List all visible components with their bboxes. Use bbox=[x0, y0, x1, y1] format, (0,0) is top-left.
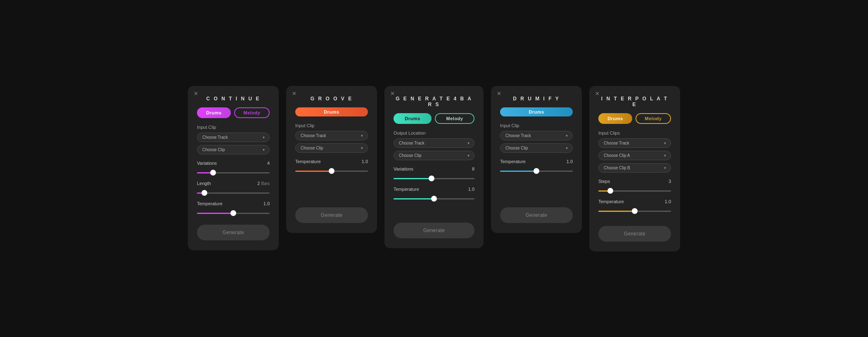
panel-generate4bars: ✕ G E N E R A T E 4 B A R S Drums Melody… bbox=[384, 86, 484, 248]
track-dropdown-wrapper: Choose Track bbox=[197, 133, 270, 142]
close-icon[interactable]: ✕ bbox=[292, 91, 296, 96]
temperature-slider-row: Temperature 1.0 bbox=[394, 187, 474, 201]
tab-melody[interactable]: Melody bbox=[234, 107, 270, 118]
panel-title: G E N E R A T E 4 B A R S bbox=[394, 96, 474, 107]
track-select[interactable]: Choose Track bbox=[598, 138, 671, 148]
tab-drums[interactable]: Drums bbox=[295, 107, 368, 116]
temperature-slider-row: Temperature 1.0 bbox=[295, 159, 368, 173]
variations-slider-row: Variations 8 bbox=[394, 166, 474, 181]
length-label: Length bbox=[197, 181, 211, 186]
tab-melody[interactable]: Melody bbox=[435, 113, 474, 124]
track-select[interactable]: Choose Track bbox=[197, 133, 270, 142]
tab-group: Drums bbox=[295, 107, 368, 116]
clipB-select[interactable]: Choose Clip B bbox=[598, 163, 671, 173]
tab-group: Drums Melody bbox=[394, 113, 474, 124]
temperature-label: Temperature bbox=[394, 187, 419, 192]
variations-value: 4 bbox=[267, 161, 270, 166]
length-slider[interactable] bbox=[197, 192, 270, 194]
variations-slider[interactable] bbox=[394, 178, 474, 179]
temperature-slider-row: Temperature 1.0 bbox=[500, 159, 573, 173]
clipA-select[interactable]: Choose Clip A bbox=[598, 151, 671, 160]
temperature-slider[interactable] bbox=[295, 171, 368, 172]
generate-button[interactable]: Generate bbox=[295, 207, 368, 223]
steps-value: 3 bbox=[669, 179, 671, 184]
track-dropdown-wrapper: Choose Track bbox=[295, 131, 368, 140]
temperature-slider[interactable] bbox=[394, 198, 474, 199]
clip-select[interactable]: Choose Clip bbox=[295, 143, 368, 153]
generate-button[interactable]: Generate bbox=[394, 223, 474, 238]
variations-label: Variations bbox=[197, 161, 217, 166]
steps-label: Steps bbox=[598, 179, 610, 184]
track-select[interactable]: Choose Track bbox=[394, 138, 474, 148]
panel-continue: ✕ C O N T I N U E Drums Melody Input Cli… bbox=[188, 86, 279, 250]
length-slider-row: Length 2Bars bbox=[197, 181, 270, 195]
variations-slider-row: Variations 4 bbox=[197, 161, 270, 175]
steps-slider-row: Steps 3 bbox=[598, 179, 671, 193]
track-dropdown-wrapper: Choose Track bbox=[394, 138, 474, 148]
temperature-slider[interactable] bbox=[197, 213, 270, 214]
temperature-slider[interactable] bbox=[500, 171, 573, 172]
close-icon[interactable]: ✕ bbox=[194, 91, 198, 96]
temperature-label: Temperature bbox=[500, 159, 526, 164]
track-dropdown-wrapper: Choose Track bbox=[500, 131, 573, 140]
input-clips-label: Input Clips bbox=[598, 131, 671, 135]
clip-dropdown-wrapper: Choose Clip bbox=[500, 143, 573, 153]
tab-group: Drums Melody bbox=[197, 107, 270, 118]
close-icon[interactable]: ✕ bbox=[595, 91, 600, 96]
tab-drums[interactable]: Drums bbox=[394, 113, 432, 124]
clip-select[interactable]: Choose Clip bbox=[500, 143, 573, 153]
temperature-slider-row: Temperature 1.0 bbox=[598, 199, 671, 214]
input-clip-label: Input Clip bbox=[197, 125, 270, 130]
temperature-value: 1.0 bbox=[263, 201, 270, 206]
panel-title: I N T E R P O L A T E bbox=[598, 96, 671, 107]
tab-drums[interactable]: Drums bbox=[197, 107, 231, 118]
steps-slider[interactable] bbox=[598, 190, 671, 192]
variations-value: 8 bbox=[472, 166, 474, 171]
panels-container: ✕ C O N T I N U E Drums Melody Input Cli… bbox=[188, 86, 680, 252]
track-dropdown-wrapper: Choose Track bbox=[598, 138, 671, 148]
temperature-slider-row: Temperature 1.0 bbox=[197, 201, 270, 216]
clip-dropdown-wrapper: Choose Clip bbox=[394, 151, 474, 160]
temperature-value: 1.0 bbox=[468, 187, 474, 192]
clip-select[interactable]: Choose Clip bbox=[394, 151, 474, 160]
variations-label: Variations bbox=[394, 166, 413, 171]
panel-title: C O N T I N U E bbox=[197, 96, 270, 102]
output-location-label: Output Location bbox=[394, 131, 474, 135]
clip-dropdown-wrapper: Choose Clip bbox=[197, 145, 270, 154]
close-icon[interactable]: ✕ bbox=[497, 91, 501, 96]
length-value: 2Bars bbox=[257, 181, 270, 186]
close-icon[interactable]: ✕ bbox=[390, 91, 395, 96]
variations-slider[interactable] bbox=[197, 172, 270, 173]
track-select[interactable]: Choose Track bbox=[295, 131, 368, 140]
tab-group: Drums bbox=[500, 107, 573, 116]
clipA-dropdown-wrapper: Choose Clip A bbox=[598, 151, 671, 160]
generate-button[interactable]: Generate bbox=[197, 225, 270, 240]
temperature-label: Temperature bbox=[197, 201, 223, 206]
tab-melody[interactable]: Melody bbox=[636, 113, 671, 124]
temperature-label: Temperature bbox=[295, 159, 321, 164]
generate-button[interactable]: Generate bbox=[598, 226, 671, 242]
clip-dropdown-wrapper: Choose Clip bbox=[295, 143, 368, 153]
panel-title: G R O O V E bbox=[295, 96, 368, 102]
tab-drums[interactable]: Drums bbox=[500, 107, 573, 116]
clipB-dropdown-wrapper: Choose Clip B bbox=[598, 163, 671, 173]
panel-drumify: ✕ D R U M I F Y Drums Input Clip Choose … bbox=[491, 86, 582, 233]
track-select[interactable]: Choose Track bbox=[500, 131, 573, 140]
panel-title: D R U M I F Y bbox=[500, 96, 573, 102]
temperature-value: 1.0 bbox=[665, 199, 671, 204]
panel-groove: ✕ G R O O V E Drums Input Clip Choose Tr… bbox=[286, 86, 377, 233]
panel-interpolate: ✕ I N T E R P O L A T E Drums Melody Inp… bbox=[589, 86, 680, 252]
input-clip-label: Input Clip bbox=[295, 123, 368, 128]
temperature-value: 1.0 bbox=[362, 159, 368, 164]
clip-select[interactable]: Choose Clip bbox=[197, 145, 270, 154]
tab-group: Drums Melody bbox=[598, 113, 671, 124]
temperature-slider[interactable] bbox=[598, 211, 671, 212]
temperature-value: 1.0 bbox=[567, 159, 573, 164]
tab-drums[interactable]: Drums bbox=[598, 113, 632, 124]
generate-button[interactable]: Generate bbox=[500, 207, 573, 223]
temperature-label: Temperature bbox=[598, 199, 624, 204]
input-clip-label: Input Clip bbox=[500, 123, 573, 128]
